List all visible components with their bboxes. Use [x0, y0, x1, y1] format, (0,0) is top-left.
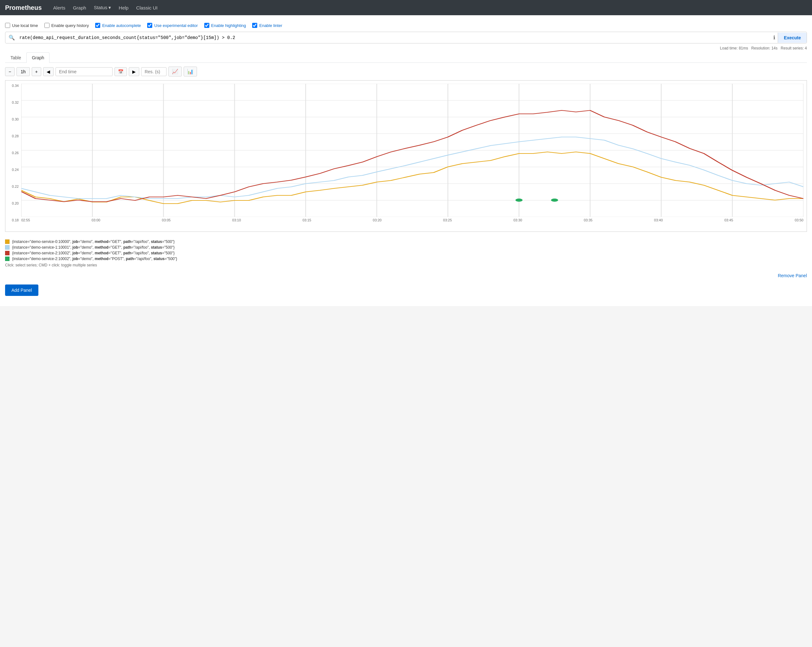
legend-item-0[interactable]: {instance="demo-service-0:10000", job="d…	[5, 240, 807, 244]
svg-point-22	[551, 198, 558, 202]
info-icon[interactable]: ℹ	[771, 32, 778, 43]
chart-svg	[21, 84, 803, 217]
options-row: Use local time Enable query history Enab…	[5, 20, 807, 32]
stacked-chart-button[interactable]: 📊	[184, 67, 197, 76]
legend-text-2: {instance="demo-service-2:10002", job="d…	[12, 251, 175, 255]
search-bar: 🔍 ℹ Execute	[5, 32, 807, 43]
legend-text-0: {instance="demo-service-0:10000", job="d…	[12, 240, 175, 244]
legend-item-2[interactable]: {instance="demo-service-2:10002", job="d…	[5, 251, 807, 255]
load-info: Load time: 81ms Resolution: 14s Result s…	[5, 46, 807, 50]
next-time-button[interactable]: ▶	[129, 67, 139, 76]
svg-point-21	[516, 198, 522, 202]
line-chart-button[interactable]: 📈	[168, 67, 182, 76]
enable-linter-checkbox[interactable]	[252, 23, 257, 28]
x-label-0345: 03:45	[725, 218, 733, 222]
y-label-030: 0.30	[12, 117, 19, 121]
y-axis: 0.34 0.32 0.30 0.28 0.26 0.24 0.22 0.20 …	[5, 84, 21, 222]
legend-swatch-3	[5, 256, 9, 261]
x-label-0350: 03:50	[795, 218, 803, 222]
load-time: Load time: 81ms	[720, 46, 748, 50]
legend-text-1: {instance="demo-service-1:10001", job="d…	[12, 245, 175, 250]
result-series: Result series: 4	[781, 46, 807, 50]
y-label-026: 0.26	[12, 151, 19, 155]
enable-autocomplete-label: Enable autocomplete	[102, 23, 141, 28]
x-label-0320: 03:20	[373, 218, 382, 222]
y-label-020: 0.20	[12, 201, 19, 205]
enable-highlighting-option[interactable]: Enable highlighting	[204, 23, 246, 28]
enable-query-history-label: Enable query history	[51, 23, 89, 28]
y-label-018: 0.18	[12, 218, 19, 222]
legend-item-3[interactable]: {instance="demo-service-2:10002", job="d…	[5, 256, 807, 261]
range-label: 1h	[17, 67, 30, 76]
tab-table[interactable]: Table	[5, 52, 26, 63]
use-local-time-checkbox[interactable]	[5, 23, 10, 28]
use-local-time-option[interactable]: Use local time	[5, 23, 38, 28]
enable-linter-label: Enable linter	[259, 23, 282, 28]
tab-graph[interactable]: Graph	[26, 52, 49, 63]
x-label-0255: 02:55	[21, 218, 30, 222]
zoom-out-button[interactable]: −	[5, 67, 15, 76]
x-label-0305: 03:05	[162, 218, 171, 222]
search-icon: 🔍	[5, 32, 18, 43]
alerts-link[interactable]: Alerts	[49, 3, 69, 13]
calendar-icon-button[interactable]: 📅	[114, 67, 127, 76]
enable-highlighting-checkbox[interactable]	[204, 23, 209, 28]
x-label-0340: 03:40	[654, 218, 663, 222]
classic-ui-link[interactable]: Classic UI	[132, 3, 162, 13]
chart-container: 0.34 0.32 0.30 0.28 0.26 0.24 0.22 0.20 …	[5, 80, 807, 232]
add-panel-button[interactable]: Add Panel	[5, 284, 38, 296]
query-input[interactable]	[18, 33, 771, 43]
prev-time-button[interactable]: ◀	[43, 67, 53, 76]
end-time-input[interactable]	[55, 67, 113, 76]
enable-autocomplete-checkbox[interactable]	[95, 23, 100, 28]
navbar: Prometheus Alerts Graph Status Help Clas…	[0, 0, 812, 15]
x-label-0315: 03:15	[302, 218, 311, 222]
enable-query-history-checkbox[interactable]	[44, 23, 49, 28]
enable-highlighting-label: Enable highlighting	[211, 23, 246, 28]
x-label-0310: 03:10	[232, 218, 241, 222]
legend-swatch-0	[5, 240, 9, 244]
help-link[interactable]: Help	[115, 3, 132, 13]
resolution-input[interactable]	[141, 67, 166, 76]
status-dropdown[interactable]: Status	[90, 2, 115, 13]
execute-button[interactable]: Execute	[778, 33, 807, 43]
main-content: Use local time Enable query history Enab…	[0, 15, 812, 306]
legend: {instance="demo-service-0:10000", job="d…	[5, 237, 807, 270]
enable-query-history-option[interactable]: Enable query history	[44, 23, 89, 28]
x-label-0335: 03:35	[584, 218, 592, 222]
enable-linter-option[interactable]: Enable linter	[252, 23, 282, 28]
y-label-024: 0.24	[12, 168, 19, 172]
x-label-0325: 03:25	[443, 218, 452, 222]
legend-swatch-2	[5, 251, 9, 255]
x-axis: 02:55 03:00 03:05 03:10 03:15 03:20 03:2…	[21, 217, 803, 222]
remove-panel-link[interactable]: Remove Panel	[5, 270, 807, 281]
legend-text-3: {instance="demo-service-2:10002", job="d…	[12, 256, 177, 261]
resolution: Resolution: 14s	[751, 46, 778, 50]
tabs-row: Table Graph	[5, 52, 807, 63]
use-local-time-label: Use local time	[12, 23, 38, 28]
legend-hint: Click: select series; CMD + click: toggl…	[5, 263, 807, 267]
y-label-022: 0.22	[12, 185, 19, 188]
status-menu-btn[interactable]: Status	[90, 2, 115, 13]
use-experimental-editor-checkbox[interactable]	[147, 23, 152, 28]
y-label-028: 0.28	[12, 134, 19, 138]
legend-item-1[interactable]: {instance="demo-service-1:10001", job="d…	[5, 245, 807, 250]
legend-swatch-1	[5, 245, 9, 250]
use-experimental-editor-label: Use experimental editor	[154, 23, 198, 28]
enable-autocomplete-option[interactable]: Enable autocomplete	[95, 23, 141, 28]
y-label-034: 0.34	[12, 84, 19, 87]
graph-link[interactable]: Graph	[69, 3, 90, 13]
x-label-0300: 03:00	[92, 218, 101, 222]
x-label-0330: 03:30	[514, 218, 522, 222]
y-label-032: 0.32	[12, 101, 19, 104]
use-experimental-editor-option[interactable]: Use experimental editor	[147, 23, 198, 28]
graph-controls: − 1h + ◀ 📅 ▶ 📈 📊	[5, 67, 807, 76]
app-title: Prometheus	[5, 4, 42, 11]
zoom-in-button[interactable]: +	[32, 67, 41, 76]
